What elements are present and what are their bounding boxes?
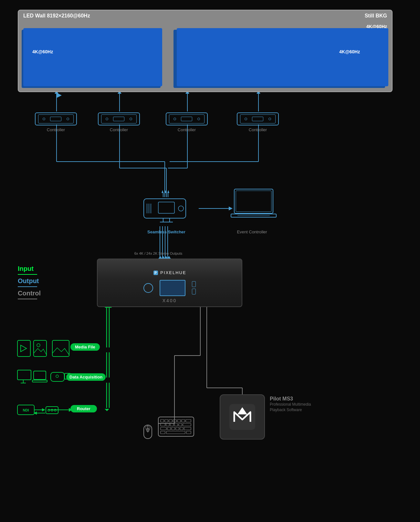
svg-rect-115 <box>161 431 165 434</box>
svg-rect-55 <box>144 199 186 218</box>
media-file-icons <box>17 339 72 361</box>
svg-rect-72 <box>34 340 47 357</box>
svg-rect-95 <box>161 420 164 422</box>
led-panel-left: 4K@60Hz <box>23 28 162 86</box>
controller-1-label: Controller <box>35 127 77 132</box>
legend-input-line <box>18 274 37 275</box>
svg-rect-56 <box>158 202 174 213</box>
legend-control-line <box>18 299 37 299</box>
still-bkg-label: Still BKG <box>365 13 387 19</box>
data-icons-svg <box>17 368 72 386</box>
ctrl-dot-1 <box>43 118 45 120</box>
svg-rect-106 <box>179 423 182 426</box>
svg-marker-87 <box>42 408 45 411</box>
svg-rect-64 <box>234 189 273 213</box>
led-wall-label: LED Wall 8192×2160@60Hz <box>23 13 90 19</box>
output-label: 6x 4K / 24x 2K Stereo Outputs <box>126 251 191 255</box>
x400-controls <box>143 280 196 296</box>
svg-rect-75 <box>17 370 31 380</box>
svg-rect-74 <box>52 340 69 357</box>
diagram-container: LED Wall 8192×2160@60Hz Still BKG 4K@60H… <box>0 0 420 522</box>
svg-rect-114 <box>166 431 185 434</box>
controller-4-label: Controller <box>237 127 279 132</box>
led-wall-container: LED Wall 8192×2160@60Hz Still BKG 4K@60H… <box>18 10 393 92</box>
svg-rect-111 <box>176 427 179 430</box>
x400-device: P PIXELHUE X400 <box>97 259 242 307</box>
keyboard-icon <box>157 410 195 440</box>
svg-rect-79 <box>32 380 47 382</box>
media-file-badge: Media File <box>70 343 100 351</box>
pilot-ms3-label: Pilot MS3 Professional Multimedia Playba… <box>270 396 311 413</box>
seamless-switcher <box>141 192 192 225</box>
svg-rect-112 <box>180 427 183 430</box>
ctrl-dot-2 <box>67 118 69 120</box>
x400-pixelhue-text: PIXELHUE <box>160 270 186 275</box>
svg-point-81 <box>56 375 58 378</box>
ndi-icons-svg: NDI <box>17 402 72 420</box>
svg-rect-100 <box>182 420 185 422</box>
svg-rect-99 <box>177 420 181 422</box>
ndi-router-icons: NDI <box>17 402 72 421</box>
svg-rect-101 <box>186 420 191 422</box>
led-panel-left-label: 4K@60Hz <box>32 49 53 54</box>
event-controller <box>229 187 281 223</box>
svg-text:P: P <box>155 271 157 275</box>
svg-rect-103 <box>166 423 169 426</box>
svg-point-90 <box>51 409 53 411</box>
svg-rect-78 <box>34 371 46 379</box>
svg-text:NDI: NDI <box>23 408 29 412</box>
svg-rect-80 <box>51 372 64 381</box>
svg-rect-110 <box>172 427 175 430</box>
x400-power-button <box>143 283 153 293</box>
ctrl-rect-1 <box>50 117 61 121</box>
mouse-device <box>142 423 153 441</box>
svg-rect-105 <box>174 423 178 426</box>
legend-output-line <box>18 286 37 287</box>
x400-ports <box>192 281 196 294</box>
pixelhue-logo-icon: P <box>153 270 159 276</box>
svg-point-89 <box>48 409 50 411</box>
laptop-icon <box>229 187 281 223</box>
svg-rect-98 <box>173 420 176 422</box>
led-panel-right: 4K@60Hz <box>177 28 388 86</box>
svg-rect-107 <box>183 423 191 426</box>
mouse-icon <box>142 423 153 441</box>
event-controller-label: Event Controller <box>226 229 278 234</box>
svg-point-73 <box>37 344 40 347</box>
svg-rect-96 <box>165 420 168 422</box>
svg-rect-70 <box>17 340 30 357</box>
svg-rect-113 <box>184 427 191 430</box>
legend-input: Input <box>18 265 34 272</box>
x400-screen <box>160 280 185 296</box>
pilot-ms3-logo <box>229 404 255 430</box>
controller-3-label: Controller <box>166 127 208 132</box>
controller-2-label: Controller <box>98 127 140 132</box>
svg-rect-65 <box>236 191 271 212</box>
svg-rect-104 <box>170 423 173 426</box>
data-acquisition-badge: Data Acquisition <box>66 373 106 381</box>
svg-point-91 <box>54 409 56 411</box>
x400-port-1 <box>192 281 196 287</box>
svg-rect-109 <box>167 427 171 430</box>
svg-marker-71 <box>21 345 26 352</box>
svg-rect-97 <box>169 420 172 422</box>
switcher-icon <box>141 192 192 225</box>
legend-control: Control <box>18 290 41 297</box>
led-panel-right-label: 4K@60Hz <box>339 49 360 54</box>
svg-point-60 <box>178 206 184 211</box>
pilot-ms3-box <box>220 394 265 440</box>
router-badge: Router <box>70 405 97 412</box>
x400-brand: P PIXELHUE <box>153 270 186 276</box>
svg-rect-108 <box>161 427 166 430</box>
pilot-desc-line2: Playback Software <box>270 407 311 413</box>
svg-marker-45 <box>105 409 109 411</box>
data-acquisition-icons <box>17 368 72 388</box>
x400-model-label: X400 <box>163 298 177 303</box>
seamless-switcher-label: Seamless Switcher <box>142 229 191 234</box>
legend-output: Output <box>18 277 39 285</box>
svg-rect-116 <box>186 431 191 434</box>
x400-port-2 <box>192 289 196 294</box>
media-icons-svg <box>17 339 72 360</box>
pilot-name: Pilot MS3 <box>270 396 311 402</box>
pilot-desc-line1: Professional Multimedia <box>270 402 311 407</box>
